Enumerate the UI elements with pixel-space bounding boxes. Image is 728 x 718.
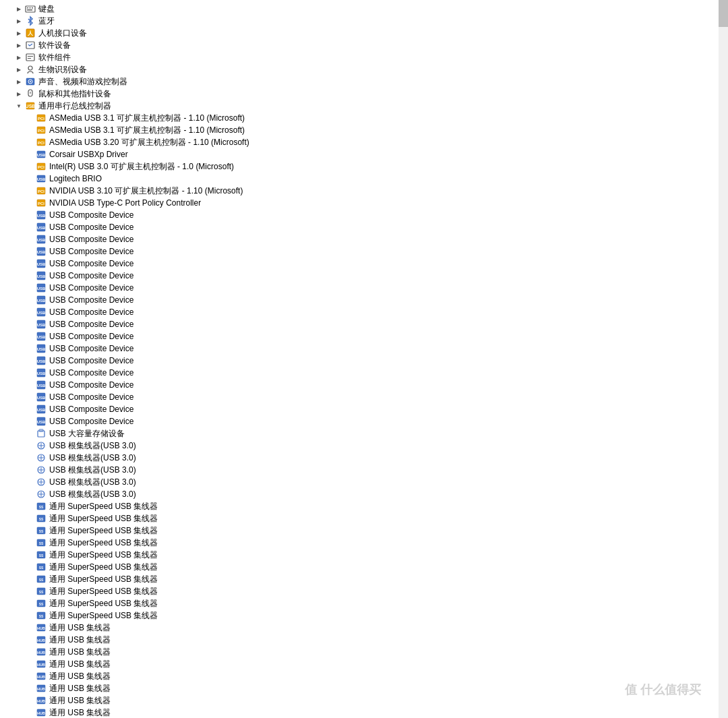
tree-item-usbcomp6[interactable]: USB USB Composite Device (0, 270, 728, 282)
tree-item-superspeed10[interactable]: SS 通用 SuperSpeed USB 集线器 (0, 609, 728, 622)
tree-item-superspeed6[interactable]: SS 通用 SuperSpeed USB 集线器 (0, 561, 728, 573)
tree-item-usbhub5[interactable]: HUB 通用 USB 集线器 (0, 670, 728, 682)
tree-item-superspeed4[interactable]: SS 通用 SuperSpeed USB 集线器 (0, 537, 728, 549)
tree-item-usb-category[interactable]: USB 通用串行总线控制器 (0, 100, 728, 112)
tree-item-nvidia1[interactable]: PCI NVIDIA USB 3.10 可扩展主机控制器 - 1.10 (Mic… (0, 185, 728, 197)
tree-item-usb-root5[interactable]: USB 根集线器(USB 3.0) (0, 488, 728, 500)
tree-item-usbcomp17[interactable]: USB USB Composite Device (0, 403, 728, 415)
usbhub1-icon: HUB (35, 622, 47, 634)
tree-item-usbcomp9[interactable]: USB USB Composite Device (0, 306, 728, 318)
tree-item-usbcomp14[interactable]: USB USB Composite Device (0, 367, 728, 379)
tree-item-usb-root3[interactable]: USB 根集线器(USB 3.0) (0, 464, 728, 476)
tree-item-asmedia1[interactable]: PCI ASMedia USB 3.1 可扩展主机控制器 - 1.10 (Mic… (0, 112, 728, 124)
expand-biometric[interactable] (13, 64, 24, 75)
tree-item-software-component[interactable]: 软件组件 (0, 51, 728, 63)
tree-item-biometric[interactable]: 生物识别设备 (0, 63, 728, 76)
tree-item-usbcomp1[interactable]: USB USB Composite Device (0, 209, 728, 221)
tree-item-usbcomp12[interactable]: USB USB Composite Device (0, 342, 728, 355)
tree-item-keyboard[interactable]: 键盘 (0, 3, 728, 15)
tree-item-usb-root4[interactable]: USB 根集线器(USB 3.0) (0, 476, 728, 488)
usbcomp8-label: USB Composite Device (49, 294, 133, 306)
tree-item-corsair[interactable]: USB Corsair USBXp Driver (0, 148, 728, 160)
superspeed4-icon: SS (35, 537, 47, 549)
scrollbar-thumb[interactable] (719, 0, 728, 27)
tree-item-usbhub3[interactable]: HUB 通用 USB 集线器 (0, 646, 728, 658)
expand-audio[interactable] (13, 76, 24, 87)
tree-item-bluetooth[interactable]: 蓝牙 (0, 15, 728, 27)
tree-item-mouse[interactable]: 鼠标和其他指针设备 (0, 88, 728, 100)
expand-usbhub1 (24, 622, 35, 633)
tree-item-usbcomp3[interactable]: USB USB Composite Device (0, 233, 728, 245)
tree-item-usb-root2[interactable]: USB 根集线器(USB 3.0) (0, 452, 728, 464)
svg-text:USB: USB (37, 250, 46, 254)
expand-hid[interactable] (13, 28, 24, 38)
expand-usbcomp14 (24, 367, 35, 378)
tree-item-usbcomp2[interactable]: USB USB Composite Device (0, 221, 728, 233)
tree-item-usbcomp16[interactable]: USB USB Composite Device (0, 391, 728, 403)
svg-text:USB: USB (37, 299, 46, 303)
svg-text:USB: USB (37, 226, 46, 230)
tree-item-superspeed1[interactable]: SS 通用 SuperSpeed USB 集线器 (0, 500, 728, 512)
tree-item-logitech[interactable]: USB Logitech BRIO (0, 173, 728, 185)
expand-usbcomp7 (24, 282, 35, 293)
usbcomp3-label: USB Composite Device (49, 233, 133, 245)
tree-item-usbhub7[interactable]: HUB 通用 USB 集线器 (0, 694, 728, 707)
tree-item-usbhub8[interactable]: HUB 通用 USB 集线器 (0, 707, 728, 718)
tree-item-usbcomp15[interactable]: USB USB Composite Device (0, 379, 728, 391)
tree-item-usbcomp5[interactable]: USB USB Composite Device (0, 258, 728, 270)
usbcomp6-label: USB Composite Device (49, 270, 133, 282)
tree-item-usbcomp13[interactable]: USB USB Composite Device (0, 355, 728, 367)
scrollbar[interactable] (719, 0, 728, 718)
tree-item-superspeed7[interactable]: SS 通用 SuperSpeed USB 集线器 (0, 573, 728, 585)
tree-item-superspeed3[interactable]: SS 通用 SuperSpeed USB 集线器 (0, 525, 728, 537)
tree-item-software-device[interactable]: 软件设备 (0, 39, 728, 51)
tree-item-superspeed5[interactable]: SS 通用 SuperSpeed USB 集线器 (0, 549, 728, 561)
tree-item-asmedia2[interactable]: PCI ASMedia USB 3.1 可扩展主机控制器 - 1.10 (Mic… (0, 124, 728, 136)
mouse-label: 鼠标和其他指针设备 (38, 88, 111, 100)
svg-text:HUB: HUB (37, 699, 45, 703)
tree-item-asmedia3[interactable]: PCI ASMedia USB 3.20 可扩展主机控制器 - 1.10 (Mi… (0, 136, 728, 148)
tree-item-usbcomp4[interactable]: USB USB Composite Device (0, 245, 728, 258)
usbcomp18-icon: USB (35, 415, 47, 427)
expand-software-component[interactable] (13, 52, 24, 63)
expand-asmedia2 (24, 125, 35, 136)
tree-item-superspeed9[interactable]: SS 通用 SuperSpeed USB 集线器 (0, 597, 728, 609)
tree-item-usbcomp8[interactable]: USB USB Composite Device (0, 294, 728, 306)
tree-item-usbhub1[interactable]: HUB 通用 USB 集线器 (0, 622, 728, 634)
svg-text:USB: USB (37, 396, 46, 400)
usbcomp14-icon: USB (35, 367, 47, 379)
tree-item-usb-mass-storage[interactable]: USB 大容量存储设备 (0, 427, 728, 440)
expand-mouse[interactable] (13, 88, 24, 99)
expand-usbcomp1 (24, 210, 35, 220)
tree-item-usbcomp11[interactable]: USB USB Composite Device (0, 330, 728, 342)
expand-bluetooth[interactable] (13, 16, 24, 26)
tree-item-usbcomp10[interactable]: USB USB Composite Device (0, 318, 728, 330)
tree-item-usbhub4[interactable]: HUB 通用 USB 集线器 (0, 658, 728, 670)
tree-item-usbhub6[interactable]: HUB 通用 USB 集线器 (0, 682, 728, 694)
usbcomp12-label: USB Composite Device (49, 342, 133, 355)
usb-root2-label: USB 根集线器(USB 3.0) (49, 452, 136, 464)
tree-item-nvidia2[interactable]: PCI NVIDIA USB Type-C Port Policy Contro… (0, 197, 728, 209)
tree-item-hid[interactable]: 人 人机接口设备 (0, 27, 728, 39)
tree-item-usbcomp7[interactable]: USB USB Composite Device (0, 282, 728, 294)
tree-item-superspeed8[interactable]: SS 通用 SuperSpeed USB 集线器 (0, 585, 728, 597)
expand-superspeed6 (24, 562, 35, 572)
tree-item-audio[interactable]: 声音、视频和游戏控制器 (0, 76, 728, 88)
expand-usbhub8 (24, 707, 35, 718)
tree-item-usbhub2[interactable]: HUB 通用 USB 集线器 (0, 634, 728, 646)
usbcomp4-icon: USB (35, 245, 47, 258)
expand-usbhub6 (24, 683, 35, 694)
expand-software-device[interactable] (13, 40, 24, 51)
expand-keyboard[interactable] (13, 3, 24, 14)
tree-item-usbcomp18[interactable]: USB USB Composite Device (0, 415, 728, 427)
svg-text:HUB: HUB (37, 651, 45, 655)
superspeed8-icon: SS (35, 585, 47, 597)
expand-superspeed8 (24, 586, 35, 597)
expand-usb-root3 (24, 465, 35, 475)
expand-superspeed1 (24, 501, 35, 512)
tree-item-superspeed2[interactable]: SS 通用 SuperSpeed USB 集线器 (0, 512, 728, 525)
expand-usb-category[interactable] (13, 100, 24, 111)
tree-item-usb-root1[interactable]: USB 根集线器(USB 3.0) (0, 440, 728, 452)
expand-usbcomp6 (24, 270, 35, 281)
tree-item-intel[interactable]: PCI Intel(R) USB 3.0 可扩展主机控制器 - 1.0 (Mic… (0, 160, 728, 173)
